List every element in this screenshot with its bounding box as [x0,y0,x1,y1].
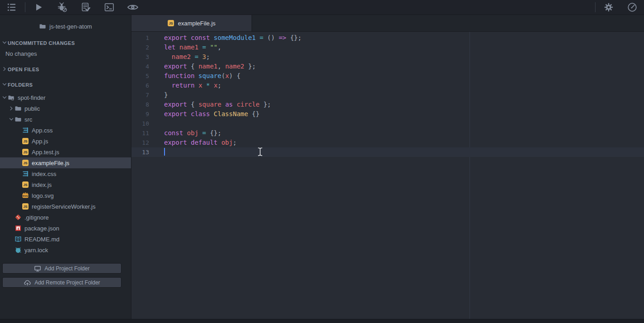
eye-icon[interactable] [127,1,139,13]
code-line-9[interactable]: 9export class ClassName {} [131,109,644,119]
code-token: export [164,101,187,108]
tree-item-package-json[interactable]: package.json [0,223,131,234]
chevron-down-icon[interactable] [8,116,15,122]
line-number[interactable]: 5 [131,71,157,81]
tree-item-app-test-js[interactable]: JSApp.test.js [0,147,131,157]
code-line-12[interactable]: 12export default obj; [131,138,644,147]
chevron-right-icon[interactable] [8,105,15,112]
code-line-4[interactable]: 4export { name1, name2 }; [131,62,644,71]
code-token: return [172,82,199,89]
tree-item-readme-md[interactable]: README.md [0,234,131,245]
tab-bar: JS exampleFile.js [131,15,644,32]
tree-item-examplefile-js[interactable]: JSexampleFile.js [0,157,131,168]
yarn-icon [15,246,22,254]
text-editor[interactable]: 1export const someModule1 = () => {};2le… [131,32,644,319]
project-root-header[interactable]: js-test-gen-atom [0,22,131,31]
code-token: function [164,72,199,79]
code-token: obj [221,139,232,146]
code-line-7[interactable]: 7} [131,90,644,100]
code-token: * [206,82,210,89]
code-text: const obj = {}; [164,128,221,138]
tree-item-index-css[interactable]: index.css [0,168,131,179]
gauge-icon[interactable] [626,1,638,13]
line-number[interactable]: 6 [131,81,157,90]
item-label: spot-finder [18,94,45,101]
code-line-1[interactable]: 1export const someModule1 = () => {}; [131,33,644,43]
section-uncommitted-changes[interactable]: UNCOMMITTED CHANGES [0,37,131,48]
bug-disabled-icon[interactable] [56,1,68,13]
tab-examplefile-js[interactable]: JS exampleFile.js [131,15,252,31]
code-token: name1 [199,63,218,70]
item-label: index.css [32,171,56,177]
item-label: App.test.js [32,149,59,156]
chevron-spacer [8,236,15,242]
js-icon: JS [22,159,29,166]
code-line-3[interactable]: 3 name2 = 3; [131,52,644,62]
line-number[interactable]: 7 [131,90,157,100]
tree-item-registerserviceworker-js[interactable]: JSregisterServiceWorker.js [0,201,131,212]
play-icon[interactable] [33,1,44,13]
svg-text:JS: JS [169,21,173,25]
line-number[interactable]: 11 [131,128,157,138]
tree-item-src[interactable]: src [0,114,131,125]
terminal-icon[interactable] [103,1,115,13]
tree-item-app-js[interactable]: JSApp.js [0,136,131,147]
section-open-files[interactable]: OPEN FILES [0,64,131,74]
code-token: ) { [229,72,240,79]
line-number[interactable]: 2 [131,43,157,52]
line-number[interactable]: 4 [131,62,157,71]
code-token: export class [164,110,214,117]
code-token: = [260,34,263,41]
tree-item-logo-svg[interactable]: SVGlogo.svg [0,190,131,201]
code-text: function square(x) { [164,71,241,81]
code-token: export default [164,139,221,146]
line-number[interactable]: 3 [131,52,157,62]
tree-item-yarn-lock[interactable]: yarn.lock [0,245,131,255]
gear-icon[interactable] [603,1,615,13]
code-text: } [164,90,168,100]
code-text: name2 = 3; [164,52,210,62]
line-number[interactable]: 1 [131,33,157,43]
section-folders[interactable]: FOLDERS [0,79,131,90]
code-token [256,34,259,41]
chevron-down-icon[interactable] [1,39,8,46]
tree-item-gitignore[interactable]: .gitignore [0,212,131,223]
section-label: OPEN FILES [8,66,39,72]
line-number[interactable]: 10 [131,119,157,128]
code-line-6[interactable]: 6 return x * x; [131,81,644,90]
code-line-13[interactable]: 13 [131,147,644,157]
line-number[interactable]: 8 [131,100,157,109]
line-number[interactable]: 13 [131,147,157,157]
file-check-icon[interactable] [80,1,92,13]
code-line-11[interactable]: 11const obj = {}; [131,128,644,138]
tree-item-index-js[interactable]: JSindex.js [0,179,131,190]
chevron-right-icon[interactable] [1,66,8,72]
folder-icon [15,105,22,112]
code-line-5[interactable]: 5function square(x) { [131,71,644,81]
toolbar-divider [595,2,596,12]
svg-text:JS: JS [23,161,27,165]
code-text: return x * x; [164,81,222,90]
line-number[interactable]: 12 [131,138,157,147]
section-label: FOLDERS [8,82,33,88]
chevron-down-icon[interactable] [1,81,8,88]
sidebar-buttons: Add Project FolderAdd Remote Project Fol… [0,263,131,288]
item-label: App.js [32,138,48,145]
js-icon: JS [22,203,29,210]
tree-item-spot-finder[interactable]: spot-finder [0,92,131,103]
add-remote-project-folder-button[interactable]: Add Remote Project Folder [2,277,121,288]
line-number[interactable]: 9 [131,109,157,119]
chevron-down-icon[interactable] [1,94,8,101]
tree-item-app-css[interactable]: App.css [0,125,131,136]
code-token: "" [210,44,218,51]
tab-label: exampleFile.js [178,20,215,27]
item-label: index.js [32,181,52,188]
code-line-8[interactable]: 8export { square as circle }; [131,100,644,109]
code-line-10[interactable]: 10 [131,119,644,128]
code-text: export { name1, name2 }; [164,62,256,71]
code-token: ; [218,82,221,89]
add-project-folder-button[interactable]: Add Project Folder [2,263,121,274]
tree-item-public[interactable]: public [0,103,131,114]
list-menu-icon[interactable] [6,1,18,13]
code-line-2[interactable]: 2let name1 = "", [131,43,644,52]
